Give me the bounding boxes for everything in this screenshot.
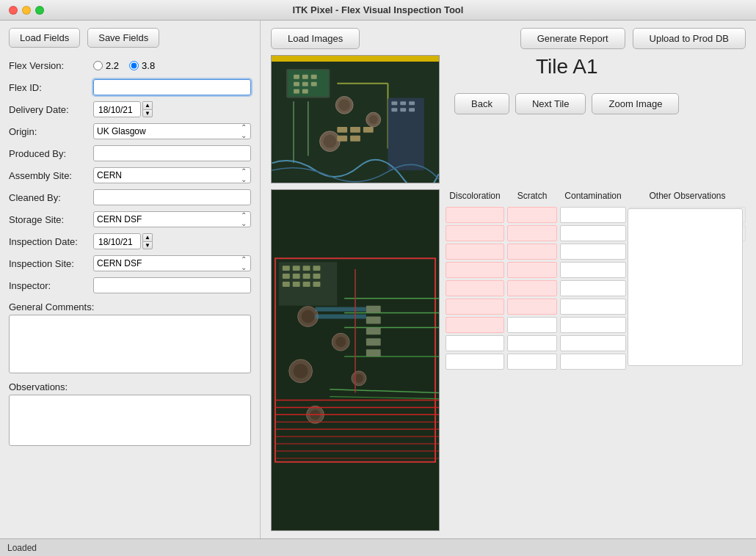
origin-row: Origin: UK Glasgow CERN Other ⌃⌄	[9, 122, 251, 140]
close-button[interactable]	[9, 6, 18, 15]
delivery-date-stepper-btns: ▲ ▼	[142, 101, 153, 117]
discolor-cell-6[interactable]	[446, 299, 504, 315]
load-fields-button[interactable]: Load Fields	[9, 28, 80, 48]
radio-22-input[interactable]	[93, 61, 103, 70]
svg-rect-7	[302, 82, 308, 87]
zoom-image-button[interactable]: Zoom Image	[592, 93, 679, 114]
contam-cell-6[interactable]	[560, 299, 626, 315]
inspection-date-up[interactable]: ▲	[142, 233, 153, 241]
cleaned-by-input[interactable]	[93, 189, 251, 205]
tile-pcb-svg	[272, 62, 439, 183]
svg-rect-10	[302, 89, 308, 94]
origin-select[interactable]: UK Glasgow CERN Other	[93, 123, 251, 139]
delivery-date-row: Delivery Date: 18/10/21 ▲ ▼	[9, 100, 251, 118]
inspector-input[interactable]	[93, 277, 251, 293]
discolor-cell-7[interactable]	[446, 317, 504, 333]
scratch-cell-5[interactable]	[507, 280, 557, 296]
svg-rect-31	[400, 108, 406, 111]
origin-select-wrapper: UK Glasgow CERN Other ⌃⌄	[93, 123, 251, 139]
assembly-site-select[interactable]: CERN UK Glasgow Other	[93, 167, 251, 183]
storage-site-label: Storage Site:	[9, 214, 93, 225]
radio-38-input[interactable]	[129, 61, 139, 70]
generate-report-button[interactable]: Generate Report	[520, 28, 625, 49]
scratch-cell-4[interactable]	[507, 262, 557, 278]
delivery-date-down[interactable]: ▼	[142, 109, 153, 117]
radio-22[interactable]: 2.2	[93, 60, 119, 71]
inspection-date-value: 18/10/21	[93, 233, 141, 249]
contam-cell-9[interactable]	[560, 354, 626, 370]
produced-by-input[interactable]	[93, 145, 251, 161]
general-comments-textarea[interactable]	[9, 315, 251, 373]
discolor-cell-1[interactable]	[446, 207, 504, 223]
scratch-cell-8[interactable]	[507, 335, 557, 351]
minimize-button[interactable]	[22, 6, 31, 15]
other-observations-textarea[interactable]	[628, 208, 743, 366]
contam-cell-7[interactable]	[560, 317, 626, 333]
contam-cell-8[interactable]	[560, 335, 626, 351]
svg-point-12	[338, 99, 350, 111]
contamination-header: Contamination	[560, 189, 626, 202]
discolor-cell-3[interactable]	[446, 244, 504, 260]
discolor-cell-9[interactable]	[446, 354, 504, 370]
scratch-cell-2[interactable]	[507, 225, 557, 241]
scratch-cell-1[interactable]	[507, 207, 557, 223]
inspector-row: Inspector:	[9, 277, 251, 294]
inspector-control	[93, 277, 251, 293]
svg-point-54	[294, 364, 308, 378]
contam-cell-2[interactable]	[560, 225, 626, 241]
right-top-bar: Load Images Generate Report Upload to Pr…	[271, 28, 746, 49]
discolor-cell-5[interactable]	[446, 280, 504, 296]
scratch-cell-6[interactable]	[507, 299, 557, 315]
scratch-cell-9[interactable]	[507, 354, 557, 370]
radio-38[interactable]: 3.8	[129, 60, 155, 71]
inspection-date-row: Inspection Date: 18/10/21 ▲ ▼	[9, 233, 251, 250]
contam-cell-3[interactable]	[560, 244, 626, 260]
svg-point-50	[302, 310, 315, 323]
discolor-cell-2[interactable]	[446, 225, 504, 241]
produced-by-label: Produced By:	[9, 148, 93, 159]
maximize-button[interactable]	[35, 6, 44, 15]
origin-control: UK Glasgow CERN Other ⌃⌄	[93, 123, 251, 139]
produced-by-row: Produced By:	[9, 145, 251, 162]
svg-rect-47	[303, 282, 310, 287]
scratch-cell-3[interactable]	[507, 244, 557, 260]
delivery-date-label: Delivery Date:	[9, 104, 93, 115]
svg-point-52	[335, 337, 346, 347]
window-title: ITK Pixel - Flex Visual Inspection Tool	[293, 4, 464, 15]
storage-site-select[interactable]: CERN DSF CERN Other	[93, 211, 251, 227]
inspector-label: Inspector:	[9, 280, 93, 291]
next-tile-button[interactable]: Next Tile	[515, 93, 586, 114]
svg-rect-39	[303, 266, 310, 271]
svg-rect-45	[283, 282, 290, 287]
svg-rect-40	[313, 266, 321, 271]
inspection-site-select[interactable]: CERN DSF CERN Other	[93, 255, 251, 271]
title-bar: ITK Pixel - Flex Visual Inspection Tool	[0, 0, 756, 21]
save-fields-button[interactable]: Save Fields	[87, 28, 159, 48]
delivery-date-up[interactable]: ▲	[142, 101, 153, 109]
svg-rect-42	[293, 274, 300, 279]
flex-id-input[interactable]	[93, 79, 251, 95]
discolor-cell-8[interactable]	[446, 335, 504, 351]
observations-textarea[interactable]	[9, 395, 251, 446]
svg-rect-41	[283, 274, 290, 279]
inspection-site-label: Inspection Site:	[9, 258, 93, 269]
contam-cell-1[interactable]	[560, 207, 626, 223]
tile-controls: Tile A1 Back Next Tile Zoom Image	[454, 55, 679, 114]
contam-cell-5[interactable]	[560, 280, 626, 296]
load-images-button[interactable]: Load Images	[271, 28, 360, 49]
assembly-site-row: Assembly Site: CERN UK Glasgow Other ⌃⌄	[9, 167, 251, 184]
storage-site-control: CERN DSF CERN Other ⌃⌄	[93, 211, 251, 227]
scratch-cell-7[interactable]	[507, 317, 557, 333]
discolor-cell-4[interactable]	[446, 262, 504, 278]
inspection-date-down[interactable]: ▼	[142, 241, 153, 249]
svg-rect-69	[366, 338, 381, 345]
svg-rect-44	[313, 274, 321, 279]
inspection-site-control: CERN DSF CERN Other ⌃⌄	[93, 255, 251, 271]
left-top-buttons: Load Fields Save Fields	[9, 28, 251, 48]
flex-id-control	[93, 79, 251, 95]
svg-rect-24	[337, 136, 347, 142]
contam-cell-4[interactable]	[560, 262, 626, 278]
upload-button[interactable]: Upload to Prod DB	[633, 28, 746, 49]
back-button[interactable]: Back	[454, 93, 509, 114]
svg-rect-8	[311, 82, 317, 87]
